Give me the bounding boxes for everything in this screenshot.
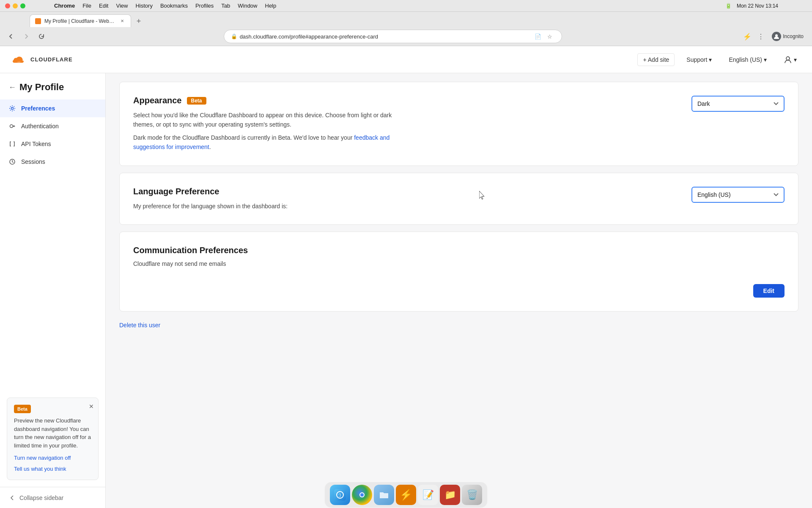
sidebar-nav: Preferences Authentication API Tokens xyxy=(0,99,105,391)
browser-chrome: My Profile | Cloudflare - Web P... ✕ + 🔒… xyxy=(0,12,812,46)
turn-off-nav-link[interactable]: Turn new navigation off xyxy=(14,454,91,462)
menu-edit[interactable]: Edit xyxy=(99,3,108,9)
bear-icon: 📝 xyxy=(422,489,434,500)
more-options-button[interactable]: ⋮ xyxy=(755,30,767,42)
dock-finder[interactable]: :) xyxy=(330,485,350,505)
language-desc: My preference for the language shown in … xyxy=(133,202,395,211)
reader-icon[interactable]: 📄 xyxy=(533,31,543,41)
finder-icon: :) xyxy=(334,489,346,501)
tab-bar: My Profile | Cloudflare - Web P... ✕ + xyxy=(0,12,812,27)
tab-favicon xyxy=(35,18,41,24)
dock-folders[interactable] xyxy=(374,485,394,505)
sidebar-item-preferences[interactable]: Preferences xyxy=(0,99,105,117)
refresh-button[interactable] xyxy=(36,30,47,42)
back-icon: ← xyxy=(8,83,16,92)
beta-card: Beta ✕ Preview the new Cloudflare dashbo… xyxy=(7,398,99,480)
user-menu-button[interactable]: ▾ xyxy=(779,53,802,66)
incognito-label: Incognito xyxy=(783,33,804,39)
menu-history[interactable]: History xyxy=(135,3,152,9)
address-bar: 🔒 dash.cloudflare.com/profile#appearance… xyxy=(0,27,812,46)
appearance-beta-badge: Beta xyxy=(187,97,206,105)
bookmark-icon[interactable]: ☆ xyxy=(545,31,555,41)
menu-chrome[interactable]: Chrome xyxy=(54,3,75,9)
language-selector[interactable]: English (US) ▾ xyxy=(724,54,772,66)
dock-chrome[interactable] xyxy=(352,485,372,505)
api-tokens-label: API Tokens xyxy=(21,141,51,147)
spark-icon: ⚡ xyxy=(400,489,412,501)
collapse-icon xyxy=(8,494,16,502)
beta-card-text: Preview the new Cloudflare dashboard nav… xyxy=(14,417,91,450)
svg-point-3 xyxy=(10,125,13,128)
trash-icon: 🗑️ xyxy=(466,489,478,500)
delete-user-link[interactable]: Delete this user xyxy=(119,322,160,329)
appearance-select[interactable]: Light Dark System xyxy=(691,96,785,112)
language-label: English (US) xyxy=(729,56,762,63)
minimize-button[interactable] xyxy=(13,3,18,8)
tab-title: My Profile | Cloudflare - Web P... xyxy=(44,18,115,24)
user-chevron-icon: ▾ xyxy=(794,56,797,63)
folders-icon xyxy=(379,491,389,499)
menu-bookmarks[interactable]: Bookmarks xyxy=(160,3,188,9)
new-tab-button[interactable]: + xyxy=(133,15,145,27)
sidebar-item-api-tokens[interactable]: API Tokens xyxy=(0,135,105,153)
cf-logo-icon xyxy=(10,51,27,68)
sidebar-back[interactable]: ← My Profile xyxy=(0,73,105,99)
communication-card: Communication Preferences Cloudflare may… xyxy=(119,232,798,312)
extensions-button[interactable]: ⚡ xyxy=(741,30,753,42)
menu-window[interactable]: Window xyxy=(238,3,257,9)
comm-card-body: Cloudflare may not send me emails xyxy=(133,260,785,267)
cf-logo: CLOUDFLARE xyxy=(10,51,73,68)
menu-view[interactable]: View xyxy=(116,3,128,9)
beta-links: Turn new navigation off Tell us what you… xyxy=(14,454,91,473)
maximize-button[interactable] xyxy=(20,3,25,8)
lang-chevron-icon: ▾ xyxy=(764,56,767,63)
cf-header: CLOUDFLARE + Add site Support ▾ English … xyxy=(0,46,812,73)
language-select[interactable]: English (US) Español Português Deutsch F… xyxy=(691,187,785,203)
dock-trash[interactable]: 🗑️ xyxy=(462,485,482,505)
cf-header-actions: + Add site Support ▾ English (US) ▾ ▾ xyxy=(637,53,802,66)
collapse-sidebar-button[interactable]: Collapse sidebar xyxy=(0,487,105,508)
cf-logo-text: CLOUDFLARE xyxy=(30,56,73,63)
close-button[interactable] xyxy=(5,3,10,8)
appearance-card-left: Appearance Beta Select how you'd like th… xyxy=(133,96,675,152)
tab-close-button[interactable]: ✕ xyxy=(119,18,126,25)
menu-file[interactable]: File xyxy=(82,3,91,9)
dock-spark[interactable]: ⚡ xyxy=(396,485,416,505)
sidebar: ← My Profile Preferences Authentication xyxy=(0,73,106,508)
language-title-row: Language Preference xyxy=(133,187,675,196)
key-icon xyxy=(8,122,16,130)
app-container: CLOUDFLARE + Add site Support ▾ English … xyxy=(0,46,812,508)
support-chevron-icon: ▾ xyxy=(709,56,712,63)
titlebar-menu: Chrome File Edit View History Bookmarks … xyxy=(54,3,276,9)
support-label: Support xyxy=(686,56,707,63)
appearance-description: Select how you'd like the Cloudflare Das… xyxy=(133,110,395,152)
beta-close-button[interactable]: ✕ xyxy=(89,402,94,411)
comm-card-footer: Edit xyxy=(133,284,785,298)
back-nav-button[interactable] xyxy=(5,30,17,42)
dock-filezilla[interactable]: 📁 xyxy=(440,485,460,505)
profile-button[interactable]: Incognito xyxy=(768,30,807,43)
language-description: My preference for the language shown in … xyxy=(133,202,395,211)
active-tab[interactable]: My Profile | Cloudflare - Web P... ✕ xyxy=(30,14,131,27)
dock-bear[interactable]: 📝 xyxy=(418,485,438,505)
svg-point-9 xyxy=(360,493,364,497)
appearance-card-right: Light Dark System xyxy=(675,96,785,112)
communication-desc: Cloudflare may not send me emails xyxy=(133,260,226,267)
sidebar-item-sessions[interactable]: Sessions xyxy=(0,153,105,171)
language-card-right: English (US) Español Português Deutsch F… xyxy=(675,187,785,203)
sidebar-item-authentication[interactable]: Authentication xyxy=(0,117,105,135)
menu-profiles[interactable]: Profiles xyxy=(195,3,214,9)
filezilla-icon: 📁 xyxy=(444,489,456,500)
svg-text::): :) xyxy=(338,493,341,497)
add-site-button[interactable]: + Add site xyxy=(637,53,675,66)
tell-us-think-link[interactable]: Tell us what you think xyxy=(14,465,91,473)
comm-card-header: Communication Preferences xyxy=(133,246,785,255)
menu-help[interactable]: Help xyxy=(265,3,277,9)
edit-communication-button[interactable]: Edit xyxy=(753,284,785,298)
language-title: Language Preference xyxy=(133,187,219,196)
support-button[interactable]: Support ▾ xyxy=(681,54,717,66)
svg-point-2 xyxy=(11,108,14,110)
address-input[interactable]: 🔒 dash.cloudflare.com/profile#appearance… xyxy=(224,30,562,43)
forward-nav-button[interactable] xyxy=(20,30,32,42)
menu-tab[interactable]: Tab xyxy=(221,3,230,9)
